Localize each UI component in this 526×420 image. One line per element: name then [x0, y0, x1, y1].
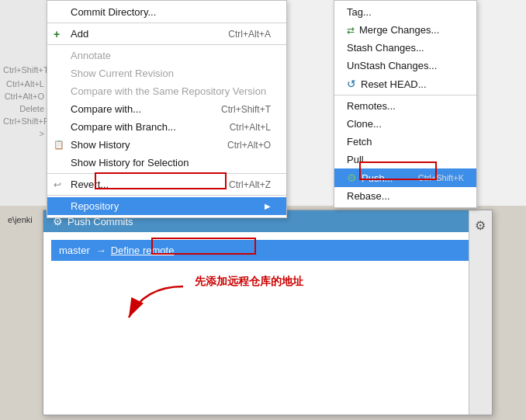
menu-item-push[interactable]: ⚙ Push... Ctrl+Shift+K [334, 168, 476, 187]
merge-icon: ⇄ [347, 25, 355, 36]
left-sidebar-hint: Ctrl+Shift+T Ctrl+Alt+L Ctrl+Alt+O Delet… [0, 0, 48, 206]
menu-item-compare-with[interactable]: Compare with... Ctrl+Shift+T [47, 100, 286, 118]
shortcut-ctrl-alt-o: Ctrl+Alt+O [0, 90, 47, 102]
dialog-right-panel: ⚙ [469, 210, 492, 415]
menu-item-commit-directory[interactable]: Commit Directory... [47, 3, 286, 21]
plus-icon: + [54, 28, 60, 40]
menu-item-compare-branch[interactable]: Compare with Branch... Ctrl+Alt+L [47, 118, 286, 136]
history-icon: 📋 [54, 140, 64, 150]
menu-item-compare-same: Compare with the Same Repository Version [47, 82, 286, 100]
menu-item-add[interactable]: + Add Ctrl+Alt+A [47, 25, 286, 43]
menu-item-rebase[interactable]: Rebase... [334, 187, 476, 205]
menu-item-show-history-selection[interactable]: Show History for Selection [47, 154, 286, 172]
reset-icon: ↺ [347, 78, 356, 90]
menu-item-tag[interactable]: Tag... [334, 3, 476, 21]
revert-icon: ↩ [54, 179, 61, 190]
context-menu-right: Tag... ⇄ Merge Changes... Stash Changes.… [334, 0, 477, 208]
shortcut-ctrl-alt-l: Ctrl+Alt+L [0, 78, 47, 90]
menu-separator-3 [47, 173, 286, 174]
submenu-arrow: ▶ [265, 202, 271, 210]
menu-item-stash[interactable]: Stash Changes... [334, 39, 476, 57]
menu-item-reset-head[interactable]: ↺ Reset HEAD... [334, 75, 476, 93]
shortcut-ctrl-shift-f9: Ctrl+Shift+F9 [0, 115, 47, 127]
define-remote-link[interactable]: Define remote [111, 245, 175, 256]
dialog-content: master → Define remote 先添加远程仓库的地址 [43, 232, 492, 275]
shortcut-delete: Delete [0, 102, 47, 115]
right-separator-1 [334, 95, 476, 95]
menu-separator-1 [47, 23, 286, 23]
menu-item-annotate: Annotate [47, 47, 286, 64]
menu-item-unstash[interactable]: UnStash Changes... [334, 57, 476, 75]
menu-separator-4 [47, 195, 286, 196]
push-icon: ⚙ [347, 172, 357, 184]
context-menu-left: Commit Directory... + Add Ctrl+Alt+A Ann… [47, 0, 287, 218]
menu-item-pull[interactable]: Pull... [334, 151, 476, 168]
menu-item-repository[interactable]: Repository ▶ [47, 197, 286, 215]
shortcut-right-arrow: > [0, 127, 47, 140]
menu-item-remotes[interactable]: Remotes... [334, 97, 476, 115]
menu-item-clone[interactable]: Clone... [334, 115, 476, 133]
menu-item-fetch[interactable]: Fetch [334, 133, 476, 151]
branch-name: master [59, 245, 90, 256]
dialog-gear-button[interactable]: ⚙ [469, 214, 491, 236]
menu-item-merge-changes[interactable]: ⇄ Merge Changes... [334, 21, 476, 39]
shortcut-ctrl-shift-t: Ctrl+Shift+T [0, 62, 47, 78]
annotation-text: 先添加远程仓库的地址 [195, 275, 303, 289]
push-commits-dialog: ⚙ Push Commits master → Define remote 先添… [43, 210, 493, 415]
menu-item-show-current: Show Current Revision [47, 64, 286, 82]
branch-row: master → Define remote [51, 240, 484, 261]
menu-separator-2 [47, 44, 286, 45]
menu-item-show-history[interactable]: 📋 Show History Ctrl+Alt+O [47, 136, 286, 154]
menu-item-revert[interactable]: ↩ Revert... Ctrl+Alt+Z [47, 175, 286, 193]
branch-arrow: → [96, 245, 106, 256]
jenkins-path-hint: e\jenki [8, 215, 33, 224]
